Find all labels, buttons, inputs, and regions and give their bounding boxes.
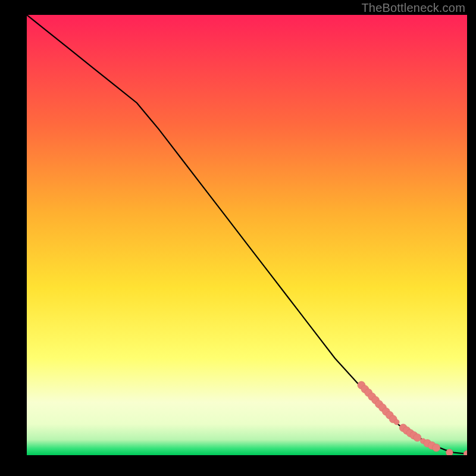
data-marker bbox=[394, 419, 399, 425]
gradient-background bbox=[27, 15, 467, 455]
chart-stage: TheBottleneck.com bbox=[0, 0, 476, 476]
data-marker bbox=[414, 434, 421, 441]
data-marker bbox=[446, 449, 453, 455]
watermark-text: TheBottleneck.com bbox=[361, 1, 465, 15]
data-marker bbox=[433, 444, 440, 452]
plot-frame bbox=[27, 15, 467, 455]
chart-svg bbox=[27, 15, 467, 455]
